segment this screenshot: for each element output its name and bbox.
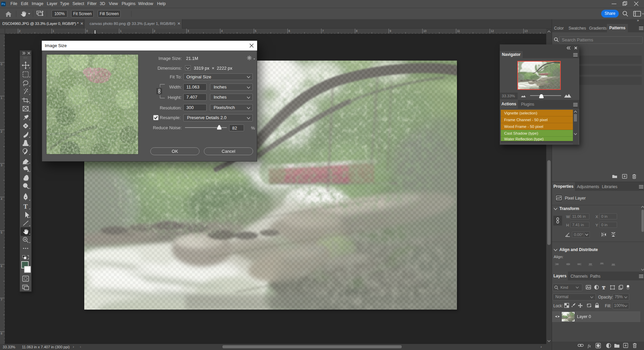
svg-text:11: 11 <box>457 29 460 33</box>
svg-text:3: 3 <box>187 29 189 33</box>
svg-text:12: 12 <box>491 29 494 33</box>
svg-text:13: 13 <box>524 29 528 33</box>
svg-text:6: 6 <box>288 29 290 33</box>
svg-text:3: 3 <box>1 164 2 167</box>
svg-text:0: 0 <box>86 29 88 33</box>
svg-text:9: 9 <box>390 29 391 33</box>
svg-text:fx: fx <box>588 343 591 348</box>
svg-text:4: 4 <box>221 29 223 33</box>
svg-text:6: 6 <box>1 265 2 268</box>
svg-text:7: 7 <box>322 29 324 33</box>
svg-text:5: 5 <box>255 29 256 33</box>
svg-text:10: 10 <box>423 29 427 33</box>
svg-text:0: 0 <box>1 63 2 66</box>
svg-text:5: 5 <box>1 231 2 234</box>
svg-text:Kind: Kind <box>560 285 568 289</box>
svg-text:2: 2 <box>154 29 155 33</box>
svg-text:T: T <box>24 203 28 210</box>
svg-text:1: 1 <box>1 96 2 100</box>
svg-text:4: 4 <box>1 197 2 201</box>
svg-text:1: 1 <box>120 29 122 33</box>
svg-text:2: 2 <box>1 130 2 133</box>
svg-text:8: 8 <box>356 29 358 33</box>
svg-text:1: 1 <box>53 29 54 33</box>
svg-text:2: 2 <box>19 29 21 33</box>
svg-text:8: 8 <box>1 332 2 335</box>
svg-text:7: 7 <box>1 298 2 302</box>
svg-text:T: T <box>602 285 605 290</box>
